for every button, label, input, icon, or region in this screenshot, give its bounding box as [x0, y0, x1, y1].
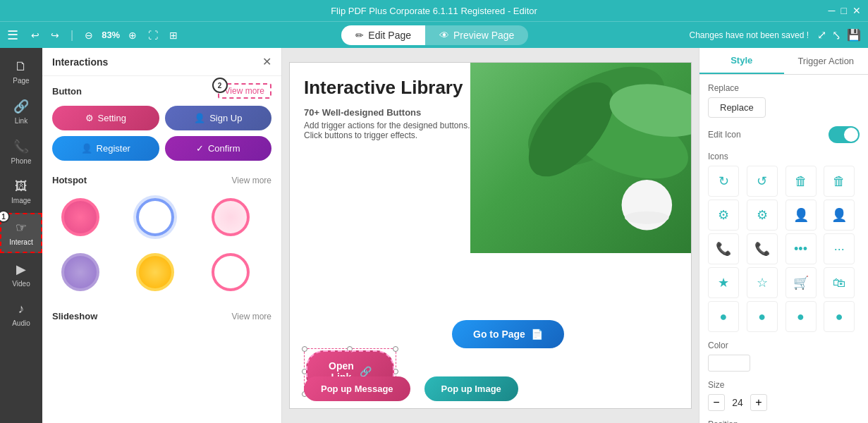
canvas-title: Interactive Library	[304, 77, 470, 99]
slideshow-view-more[interactable]: View more	[232, 312, 271, 321]
replace-button[interactable]: Replace	[708, 97, 766, 118]
link-icon: 🔗	[13, 99, 29, 114]
icon-dots-outline[interactable]: ···	[824, 233, 855, 264]
register-button[interactable]: 👤 Register	[52, 136, 159, 161]
hotspot-1[interactable]	[52, 192, 109, 242]
go-to-page-button[interactable]: Go to Page 📄	[452, 320, 564, 348]
preview-page-tab[interactable]: 👁 Preview Page	[425, 25, 528, 45]
sidebar-item-audio[interactable]: ♪ Audio	[0, 296, 42, 333]
icon-refresh-outline[interactable]: ↺	[747, 166, 778, 197]
interact-icon: ☞	[16, 220, 27, 235]
icon-circle-2[interactable]: ●	[747, 301, 778, 332]
sidebar-item-video[interactable]: ▶ Video	[0, 256, 42, 293]
hotspot-section-title: Hotspot	[52, 175, 87, 185]
menu-button[interactable]: ☰	[7, 27, 18, 43]
confirm-button[interactable]: ✓ Confirm	[165, 136, 272, 161]
edit-page-label: Edit Page	[368, 30, 411, 41]
hotspot-2[interactable]	[127, 192, 183, 242]
icon-bag-solid[interactable]: 🛒	[786, 267, 817, 298]
upload-icon[interactable]: ⤣	[832, 28, 841, 42]
audio-label: Audio	[12, 319, 30, 327]
edit-icon: ✏	[355, 30, 364, 41]
audio-icon: ♪	[18, 302, 25, 317]
share-icon[interactable]: ⤢	[817, 28, 826, 42]
hotspot-section-header: Hotspot View more	[42, 168, 281, 190]
edit-page-tab[interactable]: ✏ Edit Page	[341, 25, 425, 45]
handle-tl[interactable]	[302, 346, 307, 352]
icon-circle-1[interactable]: ●	[708, 301, 739, 332]
panel-title: Interactions	[52, 56, 108, 68]
hero-leaves	[470, 63, 691, 253]
icon-phone-outline[interactable]: 📞	[747, 233, 778, 264]
fullscreen-button[interactable]: ⛶	[145, 28, 161, 42]
canvas-area: Interactive Library 70+ Well-designed Bu…	[282, 48, 699, 423]
image-label: Image	[11, 197, 31, 204]
position-label: Position	[708, 419, 860, 423]
hotspot-4[interactable]	[52, 247, 109, 297]
right-panel-body: Replace Replace Edit Icon Icons ↻ ↺ 🗑 🗑 …	[699, 75, 868, 423]
preview-page-label: Preview Page	[453, 30, 514, 41]
icon-refresh-solid[interactable]: ↻	[708, 166, 739, 197]
panel-header: Interactions ✕	[42, 48, 281, 76]
style-tab[interactable]: Style	[699, 48, 784, 74]
sidebar-item-link[interactable]: 🔗 Link	[0, 93, 42, 130]
icon-circle-4[interactable]: ●	[824, 301, 855, 332]
minimize-button[interactable]: ─	[829, 5, 836, 16]
go-to-page-container: Go to Page 📄	[452, 320, 564, 348]
icon-circle-3[interactable]: ●	[786, 301, 817, 332]
size-increase-button[interactable]: +	[750, 394, 767, 411]
zoom-in-button[interactable]: ⊕	[126, 28, 140, 42]
button-section-header: Button View more	[42, 76, 281, 103]
panel-close-button[interactable]: ✕	[262, 55, 271, 68]
sidebar-item-image[interactable]: 🖼 Image	[0, 173, 42, 210]
icon-gear-outline[interactable]: ⚙	[747, 200, 778, 231]
signup-button[interactable]: 👤 Sign Up	[165, 106, 272, 130]
size-value: 24	[731, 397, 745, 408]
phone-label: Phone	[11, 157, 32, 165]
handle-tr[interactable]	[393, 346, 398, 352]
icon-dots-solid[interactable]: •••	[786, 233, 817, 264]
sidebar-item-interact[interactable]: 1 ☞ Interact	[0, 213, 42, 253]
size-decrease-button[interactable]: −	[708, 394, 725, 411]
zoom-out-button[interactable]: ⊖	[82, 28, 96, 42]
window-controls: ─ □ ✕	[829, 5, 861, 16]
icon-user-solid[interactable]: 👤	[786, 200, 817, 231]
color-label: Color	[708, 341, 860, 350]
sidebar-item-page[interactable]: 🗋 Page	[0, 54, 42, 90]
right-panel: Style Trigger Action Replace Replace Edi…	[699, 48, 868, 423]
trigger-action-tab[interactable]: Trigger Action	[784, 48, 869, 74]
hotspot-6[interactable]	[202, 247, 259, 297]
button-view-more[interactable]: View more	[218, 83, 271, 99]
sidebar-item-phone[interactable]: 📞 Phone	[0, 133, 42, 171]
interact-label: Interact	[9, 238, 32, 246]
icons-grid: ↻ ↺ 🗑 🗑 ⚙ ⚙ 👤 👤 📞 📞 ••• ··· ★ ☆ 🛒 🛍 ● ● …	[708, 166, 860, 332]
popup-message-button[interactable]: Pop up Message	[304, 376, 410, 401]
icon-phone-solid[interactable]: 📞	[708, 233, 739, 264]
popup-image-button[interactable]: Pop up Image	[424, 376, 518, 401]
hotspot-view-more[interactable]: View more	[232, 176, 271, 185]
color-swatch[interactable]	[708, 355, 750, 372]
close-button[interactable]: ✕	[852, 5, 861, 16]
icon-trash-solid[interactable]: 🗑	[786, 166, 817, 197]
hotspot-grid	[42, 190, 281, 304]
edit-icon-toggle[interactable]	[829, 126, 860, 143]
setting-button[interactable]: ⚙ Setting	[52, 106, 159, 130]
replace-label: Replace	[708, 83, 860, 93]
interact-badge: 1	[0, 210, 10, 223]
hotspot-3[interactable]	[202, 192, 259, 242]
undo-button[interactable]: ↩	[28, 28, 42, 42]
maximize-button[interactable]: □	[841, 5, 847, 16]
redo-button[interactable]: ↪	[48, 28, 62, 42]
popup-msg-label: Pop up Message	[321, 384, 393, 394]
grid-button[interactable]: ⊞	[166, 28, 181, 42]
hotspot-5[interactable]	[127, 247, 183, 297]
icon-star-outline[interactable]: ☆	[747, 267, 778, 298]
icon-user-outline[interactable]: 👤	[824, 200, 855, 231]
zoom-level: 83%	[102, 30, 120, 40]
save-icon[interactable]: 💾	[847, 28, 861, 42]
icon-trash-outline[interactable]: 🗑	[824, 166, 855, 197]
interactions-panel: Interactions ✕ Button View more ⚙ Settin…	[42, 48, 282, 423]
icon-bag-outline[interactable]: 🛍	[824, 267, 855, 298]
icon-gear-solid[interactable]: ⚙	[708, 200, 739, 231]
icon-star-solid[interactable]: ★	[708, 267, 739, 298]
